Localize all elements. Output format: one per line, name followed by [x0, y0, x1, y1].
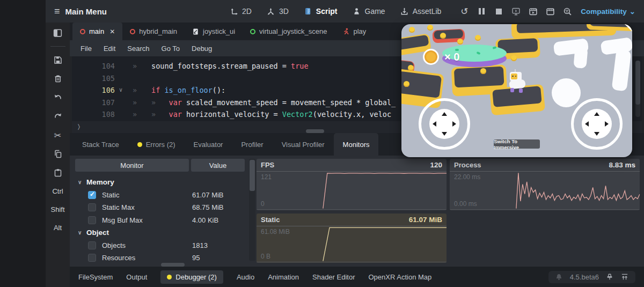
script-tab-hybrid-main[interactable]: hybrid_main [122, 23, 185, 40]
monitors-panel: Monitor Value ∨ Memory Static 61.07 MiB … [70, 156, 644, 267]
tab-visual-profiler[interactable]: Visual Profiler [273, 133, 334, 156]
monitor-table-scrollbar[interactable] [249, 159, 255, 261]
menu-file[interactable]: File [75, 42, 97, 55]
monitor-group-memory[interactable]: ∨ Memory [75, 176, 245, 189]
dock-output[interactable]: Output [126, 273, 147, 281]
ctrl-modifier-key[interactable]: Ctrl [52, 186, 63, 196]
checkbox[interactable] [88, 241, 96, 249]
menu-debug[interactable]: Debug [186, 42, 217, 55]
toolbar-divider [50, 46, 65, 47]
monitor-group-object[interactable]: ∨ Object [75, 226, 245, 239]
remote-debug-monitor-icon[interactable] [511, 6, 521, 16]
alt-modifier-key[interactable]: Alt [54, 223, 62, 233]
breadcrumb-chevron-icon[interactable]: 〉 [77, 123, 84, 132]
checkbox[interactable] [88, 203, 96, 211]
mode-game-button[interactable]: Game [352, 6, 385, 16]
switch-to-immersive-button[interactable]: Switch To Immersive [494, 139, 540, 149]
dock-filesystem[interactable]: FileSystem [78, 273, 113, 281]
bottom-panel-drag-handle[interactable] [161, 263, 185, 267]
redo-icon[interactable] [53, 111, 63, 122]
column-header-value[interactable]: Value [191, 159, 245, 172]
script-tab-main[interactable]: main ✕ [72, 23, 122, 40]
dock-label: Shader Editor [312, 273, 355, 281]
save-icon[interactable] [53, 55, 63, 65]
paste-icon[interactable] [53, 167, 63, 178]
game-coin [427, 25, 433, 31]
virtual-joystick-left[interactable] [419, 98, 470, 150]
game-player-character [508, 69, 527, 97]
close-icon[interactable]: ✕ [109, 28, 115, 35]
pause-icon[interactable] [477, 6, 486, 16]
shift-modifier-key[interactable]: Shift [50, 204, 64, 215]
play-custom-scene-icon[interactable] [545, 6, 555, 16]
monitor-row-static[interactable]: Static 61.07 MiB [75, 189, 245, 202]
panel-drag-handle[interactable] [306, 129, 324, 133]
row-label: Static [102, 191, 120, 199]
tab-label: Errors (2) [146, 141, 175, 149]
joystick-knob[interactable] [429, 109, 459, 139]
script-tab-virtual-joystick-scene[interactable]: virtual_joystick_scene [243, 23, 334, 40]
row-value: 61.07 MiB [192, 191, 224, 199]
tab-monitors[interactable]: Monitors [334, 133, 379, 156]
runner-icon [342, 27, 350, 35]
mode-script-button[interactable]: Script [303, 6, 338, 16]
code-scrollbar-thumb[interactable] [635, 61, 640, 105]
script-tab-joystick-ui[interactable]: joystick_ui [185, 23, 243, 40]
renderer-label: Compatibility [581, 8, 627, 16]
play-scene-icon[interactable] [528, 6, 538, 16]
monitor-row-objects[interactable]: Objects 1813 [75, 239, 245, 252]
mode-2d-button[interactable]: 2D [229, 6, 252, 16]
scrolled-row-sliver [75, 172, 245, 176]
line-number: 104 [72, 60, 115, 72]
pin-icon[interactable] [606, 273, 613, 281]
checkbox[interactable] [88, 216, 96, 224]
dock-audio[interactable]: Audio [237, 273, 254, 281]
row-value: 95 [192, 254, 200, 262]
panel-toggle-icon[interactable] [53, 27, 63, 38]
stop-icon[interactable] [494, 6, 503, 16]
dock-debugger[interactable]: Debugger (2) [160, 270, 223, 284]
menu-search[interactable]: Search [122, 42, 155, 55]
tab-errors[interactable]: Errors (2) [128, 133, 185, 156]
dock-openxr-action-map[interactable]: OpenXR Action Map [369, 273, 432, 281]
monitor-row-resources[interactable]: Resources 95 [75, 252, 245, 264]
checkbox-checked[interactable] [88, 191, 96, 199]
dock-animation[interactable]: Animation [268, 273, 299, 281]
tab-profiler[interactable]: Profiler [232, 133, 272, 156]
virtual-joystick-right[interactable] [571, 98, 623, 150]
tab-stack-trace[interactable]: Stack Trace [73, 133, 128, 156]
error-dot-icon [137, 142, 142, 147]
notification-bell-icon[interactable] [555, 273, 563, 281]
trash-icon[interactable] [53, 73, 63, 84]
dock-label: Output [126, 273, 147, 281]
collapse-caret-icon[interactable]: ∨ [78, 230, 86, 236]
undo-icon[interactable] [53, 92, 63, 103]
expand-panel-icon[interactable] [620, 273, 629, 281]
mode-3d-button[interactable]: 3D [266, 6, 289, 16]
fold-gutter [115, 97, 127, 109]
main-menu-label[interactable]: Main Menu [65, 7, 107, 16]
tab-label: Monitors [343, 141, 370, 149]
mode-assetlib-button[interactable]: AssetLib [400, 6, 442, 16]
menu-goto[interactable]: Go To [156, 42, 185, 55]
copy-icon[interactable] [53, 149, 63, 159]
fold-caret-icon[interactable]: ∨ [115, 84, 127, 97]
cut-icon[interactable]: ✂ [53, 130, 63, 141]
tab-label: main [89, 27, 104, 35]
menu-edit[interactable]: Edit [98, 42, 121, 55]
renderer-dropdown[interactable]: Compatibility ⌄ [581, 7, 635, 16]
script-tab-play[interactable]: play [335, 23, 374, 40]
movie-maker-icon[interactable] [562, 6, 572, 16]
reload-icon[interactable]: ↺ [459, 6, 469, 16]
scrollbar-thumb[interactable] [250, 160, 255, 191]
tab-evaluator[interactable]: Evaluator [185, 133, 232, 156]
column-header-monitor[interactable]: Monitor [75, 159, 189, 172]
dock-shader-editor[interactable]: Shader Editor [312, 273, 355, 281]
monitor-row-msg-buf-max[interactable]: Msg Buf Max 4.00 KiB [75, 214, 245, 227]
collapse-caret-icon[interactable]: ∨ [78, 179, 86, 185]
hamburger-icon[interactable]: ≡ [54, 6, 60, 17]
checkbox[interactable] [88, 254, 96, 262]
code-scrollbar[interactable] [635, 61, 640, 117]
joystick-knob[interactable] [582, 109, 612, 139]
monitor-row-static-max[interactable]: Static Max 68.75 MiB [75, 201, 245, 214]
